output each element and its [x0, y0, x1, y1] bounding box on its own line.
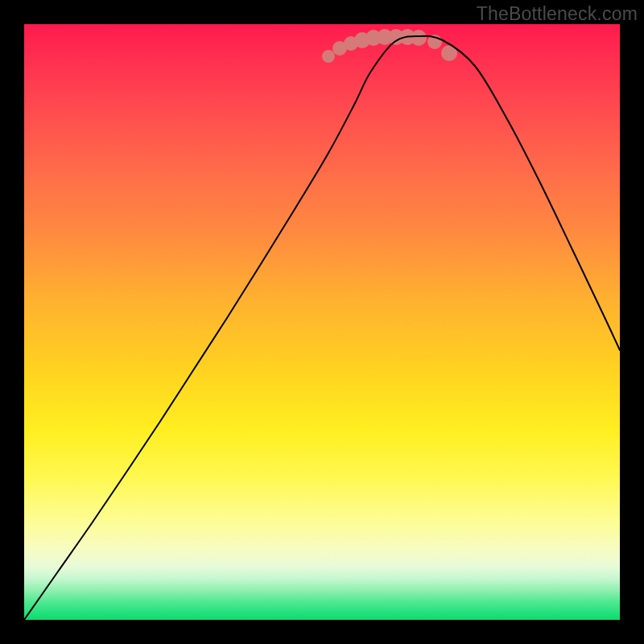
bottleneck-curve [24, 36, 620, 620]
plot-area [24, 24, 620, 620]
highlight-dot [322, 50, 335, 63]
watermark-text: TheBottleneck.com [477, 3, 638, 25]
highlight-dot [411, 30, 427, 46]
chart-frame: TheBottleneck.com [0, 0, 644, 644]
curve-svg [24, 24, 620, 620]
